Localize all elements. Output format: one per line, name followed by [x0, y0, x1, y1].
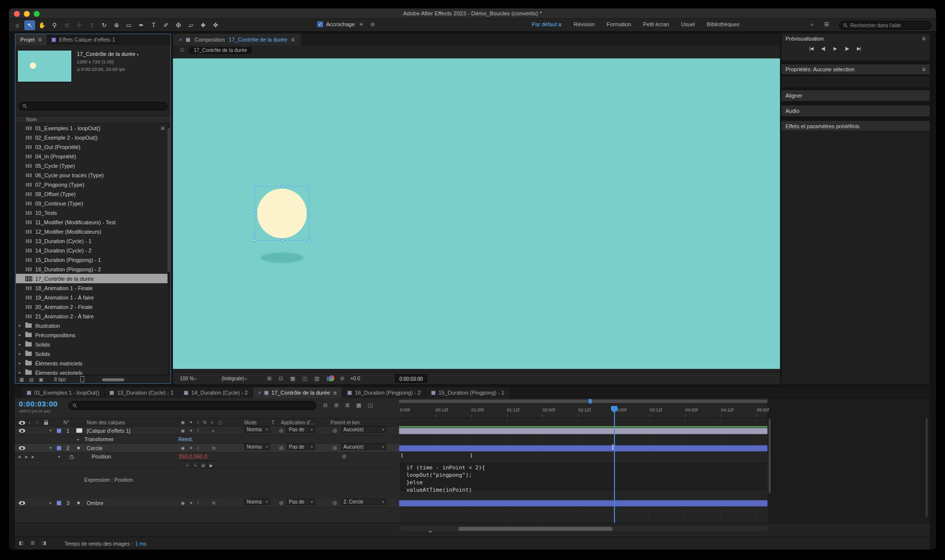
twirl-open-icon[interactable]: ▾ — [50, 426, 52, 435]
toggle-pane-right-icon[interactable]: ◨ — [42, 540, 46, 546]
layer-name[interactable]: Ombre — [87, 499, 104, 508]
rotation-tool[interactable]: ↻ — [99, 20, 110, 30]
collapsed-panel-header[interactable]: Aligner — [781, 90, 930, 101]
project-composition-row[interactable]: 10_Tests — [16, 208, 167, 217]
home-tool[interactable]: ⌂ — [12, 20, 23, 30]
project-folder-row[interactable]: ▸ Éléments vectoriels — [16, 368, 167, 375]
column-layer-name[interactable]: Nom des calques — [87, 418, 125, 427]
channel-block-icon[interactable]: ⊘ — [340, 372, 344, 385]
workspace-overflow-chevron[interactable]: » — [810, 21, 813, 27]
bit-depth-label[interactable]: 8 bpc — [54, 377, 66, 382]
pan-behind-tool[interactable]: ⊕ — [111, 20, 122, 30]
snap-to-features-icon[interactable]: ✳ — [359, 21, 363, 28]
minimize-window-button[interactable] — [24, 11, 30, 17]
rulers-icon[interactable]: ▥ — [314, 372, 319, 385]
render-time-toggle-icon[interactable]: ⊞ — [30, 540, 34, 546]
time-navigator[interactable] — [399, 400, 768, 403]
project-search-input[interactable] — [30, 103, 163, 109]
workspace-item[interactable]: Révision — [574, 21, 595, 27]
timeline-tab[interactable]: × 14_Duration (Cycle) - 2 ≣ — [179, 387, 253, 398]
horizontal-scrollbar-thumb[interactable] — [102, 378, 124, 381]
track-matte-dropdown[interactable]: Pas de — [286, 426, 315, 433]
shadow-layer[interactable] — [261, 253, 303, 263]
expression-language-menu-button[interactable]: ▶ — [208, 461, 215, 467]
selection-tool[interactable]: ↖ — [24, 20, 35, 30]
layer-selection-box[interactable] — [255, 186, 309, 241]
blend-mode-dropdown[interactable]: Norma — [244, 499, 270, 505]
property-row-position[interactable]: ◀ ◆ ▶ ▾ ◷ Position 250,0,360,0 @ — [15, 453, 399, 461]
workspace-item[interactable]: Petit écran — [643, 21, 669, 27]
pen-tool[interactable]: ✒ — [136, 20, 147, 30]
selection-handle[interactable] — [308, 239, 310, 242]
create-folder-icon[interactable]: ▤ — [29, 377, 33, 382]
viewer-comp-name[interactable]: 17_Contrôle de la durée — [229, 37, 287, 43]
timeline-search[interactable]: ⚲ — [68, 401, 316, 410]
timeline-tab[interactable]: × 13_Duration (Cycle) - 1 ≣ — [105, 387, 179, 398]
hand-tool[interactable]: ✋ — [37, 20, 48, 30]
fx-switch-icon[interactable]: fx — [212, 499, 216, 508]
create-composition-icon[interactable]: ▣ — [39, 377, 43, 382]
chevron-right-icon[interactable]: ▸ — [19, 361, 25, 365]
chevron-down-icon[interactable]: ▾ — [137, 52, 139, 57]
project-composition-row[interactable]: 20_Animation 2 - Finale — [16, 302, 167, 311]
project-folder-row[interactable]: ▸ Illustration — [16, 321, 167, 330]
project-composition-row[interactable]: 02_Exemple 2 - loopOut() — [16, 133, 167, 142]
selection-handle[interactable] — [308, 212, 310, 215]
next-keyframe-icon[interactable]: ▶ — [32, 453, 34, 461]
viewer-timecode[interactable]: 0:00:03:00 — [395, 374, 427, 383]
expression-editor[interactable]: if (time - inPoint < 2){loopOut("pingpon… — [399, 461, 768, 492]
adjustment-switch-icon[interactable]: ◐ — [212, 426, 215, 435]
timeline-tab[interactable]: × 17_Contrôle de la durée ≣ — [253, 387, 342, 398]
orbit-camera-tool[interactable]: ⊚ — [61, 20, 72, 30]
matte-pickwhip-icon[interactable]: @ — [279, 426, 283, 435]
twirl-closed-icon[interactable]: ▸ — [77, 435, 79, 444]
snapping-control[interactable]: ✓ Accrochage — [317, 21, 355, 27]
project-composition-row[interactable]: 11_Modifier (Modificateurs) - Test — [16, 217, 167, 227]
interpret-footage-icon[interactable]: ▦ — [19, 377, 24, 382]
exposure-value[interactable]: +0.0 — [350, 372, 360, 385]
project-composition-row[interactable]: 06_Cycle pour tracés (Type) — [16, 170, 167, 180]
project-folder-row[interactable]: ▸ Éléments matriciels — [16, 358, 167, 368]
help-search[interactable]: ⚲ — [839, 21, 931, 30]
clone-stamp-tool[interactable]: ✠ — [173, 20, 184, 30]
project-composition-row[interactable]: 09_Continue (Type) — [16, 199, 167, 208]
close-icon[interactable]: × — [179, 37, 182, 43]
play-button[interactable]: ▶ — [830, 45, 840, 52]
project-composition-row[interactable]: 04_In (Propriété) — [16, 152, 167, 161]
timeline-horizontal-scrollbar[interactable] — [399, 526, 768, 531]
collapsed-panel-header[interactable]: Audio — [781, 105, 930, 116]
chevron-right-icon[interactable]: ▸ — [19, 370, 25, 375]
matte-pickwhip-icon[interactable]: @ — [279, 499, 283, 508]
selection-handle[interactable] — [281, 239, 283, 242]
property-name[interactable]: Position — [92, 453, 111, 461]
zoom-dropdown[interactable]: 100 % — [180, 372, 197, 385]
parent-pickwhip-icon[interactable]: @ — [333, 444, 337, 453]
properties-panel-header[interactable]: Propriétés: Aucune sélection ≣ — [781, 62, 930, 74]
project-folder-row[interactable]: ▸ Solids — [16, 349, 167, 358]
maximize-window-button[interactable] — [34, 11, 40, 17]
project-composition-row[interactable]: 15_Duration (Pingpong) - 1 — [16, 255, 167, 264]
project-composition-row[interactable]: 01_Exemples 1 - loopOut() ⊞ — [16, 123, 167, 133]
parent-pickwhip-icon[interactable]: @ — [333, 426, 337, 435]
eraser-tool[interactable]: ▱ — [185, 20, 196, 30]
pan-camera-tool[interactable]: ✛ — [74, 20, 85, 30]
brainstorm-icon[interactable]: ◲ — [368, 402, 373, 408]
blend-mode-dropdown[interactable]: Norma — [244, 444, 270, 450]
guides-icon[interactable]: ◫ — [302, 372, 307, 385]
chevron-right-icon[interactable]: ▸ — [19, 352, 25, 356]
project-composition-row[interactable]: 19_Animation 1 - À faire — [16, 293, 167, 302]
grid-icon[interactable]: ▦ — [290, 372, 295, 385]
label-color-swatch[interactable] — [56, 428, 61, 433]
panel-menu-icon[interactable]: ≣ — [291, 37, 295, 42]
layer-row-adjustment[interactable]: ▾ 1 [Calque d'effets 1] ◉✦/ ◐ Norma @ Pa… — [15, 426, 399, 435]
expression-enable-button[interactable]: = — [184, 461, 191, 467]
project-composition-row[interactable]: 21_Animation 2 - À faire — [16, 311, 167, 321]
previous-frame-button[interactable]: ◀| — [818, 45, 828, 52]
expression-graph-button[interactable]: ∿ — [192, 461, 199, 467]
selection-handle[interactable] — [254, 239, 256, 242]
twirl-open-icon[interactable]: ▾ — [58, 453, 60, 461]
layer-name[interactable]: Cercle — [87, 444, 103, 453]
track-matte-dropdown[interactable]: Pas de — [286, 444, 315, 450]
layer-row-cercle[interactable]: ▾ 2 ★ Cercle ◉✦/ fx Norma @ Pas de @ Auc… — [15, 444, 399, 453]
selection-handle[interactable] — [308, 185, 310, 188]
